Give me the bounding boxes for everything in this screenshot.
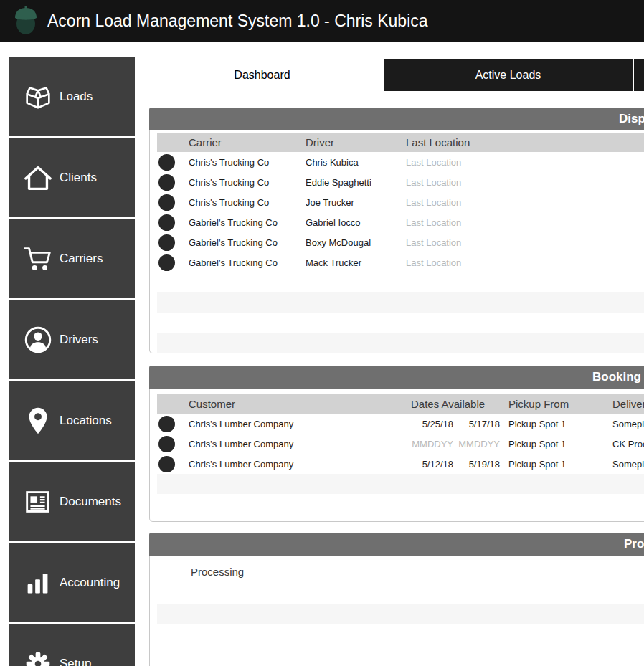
sidebar-item-drivers[interactable]: Drivers bbox=[9, 300, 135, 379]
last-location-field[interactable]: Last Location bbox=[406, 157, 644, 168]
empty-row bbox=[157, 624, 644, 644]
column-header-customer: Customer bbox=[189, 398, 411, 410]
sidebar-item-setup[interactable]: Setup bbox=[9, 624, 135, 666]
window-title: Acorn Load Management System 1.0 - Chris… bbox=[47, 11, 428, 31]
processing-panel-body: Processing bbox=[149, 556, 644, 666]
processing-panel: Pro Processing bbox=[149, 533, 644, 666]
date-to-field[interactable]: 5/19/18 bbox=[456, 459, 503, 470]
date-to-field[interactable]: MMDDYY bbox=[456, 439, 503, 449]
column-header-pickup-from: Pickup From bbox=[503, 398, 609, 410]
date-to-field[interactable]: 5/17/18 bbox=[456, 419, 503, 429]
dispatch-table-row[interactable]: Gabriel's Trucking Co Mack Trucker Last … bbox=[157, 252, 644, 272]
status-circle-icon bbox=[158, 436, 175, 452]
dispatch-panel: Disp Carrier Driver Last Location Chris'… bbox=[149, 108, 644, 353]
dispatch-table-row[interactable]: Chris's Trucking Co Eddie Spaghetti Last… bbox=[157, 172, 644, 192]
status-circle-icon bbox=[158, 194, 175, 211]
booking-panel: Booking / Customer Dates Available Picku… bbox=[149, 366, 644, 522]
status-circle-icon bbox=[158, 456, 175, 472]
sidebar-item-label: Clients bbox=[60, 171, 97, 185]
pin-icon bbox=[21, 404, 55, 437]
column-header-processing: Processing bbox=[150, 556, 644, 584]
deliver-to-cell: Somepla bbox=[609, 459, 644, 470]
empty-row bbox=[157, 604, 644, 624]
empty-row bbox=[157, 313, 644, 333]
carrier-cell: Chris's Trucking Co bbox=[189, 197, 306, 208]
last-location-field[interactable]: Last Location bbox=[406, 237, 644, 248]
booking-table-row[interactable]: Chris's Lumber Company 5/25/18 5/17/18 P… bbox=[157, 414, 644, 434]
pickup-from-cell: Pickup Spot 1 bbox=[503, 439, 609, 449]
status-circle-icon bbox=[158, 254, 175, 271]
last-location-field[interactable]: Last Location bbox=[406, 197, 644, 208]
sidebar-item-carriers[interactable]: Carriers bbox=[9, 219, 135, 298]
sidebar-item-label: Locations bbox=[60, 414, 112, 428]
tab-partial[interactable] bbox=[634, 59, 644, 91]
carrier-cell: Gabriel's Trucking Co bbox=[189, 217, 306, 228]
empty-row bbox=[157, 333, 644, 353]
sidebar-item-locations[interactable]: Locations bbox=[9, 381, 135, 460]
sidebar-item-clients[interactable]: Clients bbox=[9, 138, 135, 217]
driver-cell: Joe Trucker bbox=[306, 197, 406, 208]
carrier-cell: Gabriel's Trucking Co bbox=[189, 237, 306, 248]
pickup-from-cell: Pickup Spot 1 bbox=[503, 459, 609, 470]
column-header-dates-available: Dates Available bbox=[411, 398, 503, 410]
customer-cell: Chris's Lumber Company bbox=[189, 439, 411, 449]
customer-cell: Chris's Lumber Company bbox=[189, 419, 411, 429]
carrier-cell: Gabriel's Trucking Co bbox=[189, 257, 306, 268]
empty-row bbox=[157, 644, 644, 664]
dispatch-table-header: Carrier Driver Last Location bbox=[157, 133, 644, 152]
bar-chart-icon bbox=[21, 566, 55, 599]
column-header-deliver-to: Deliver T bbox=[609, 398, 644, 410]
app-window: Acorn Load Management System 1.0 - Chris… bbox=[0, 0, 644, 666]
date-from-field[interactable]: MMDDYY bbox=[411, 439, 456, 449]
sidebar-item-documents[interactable]: Documents bbox=[9, 462, 135, 541]
status-circle-icon bbox=[158, 154, 175, 171]
dispatch-panel-title: Disp bbox=[619, 112, 644, 126]
pickup-from-cell: Pickup Spot 1 bbox=[503, 419, 609, 429]
tab-dashboard[interactable]: Dashboard bbox=[142, 59, 382, 91]
sidebar-item-label: Loads bbox=[60, 90, 93, 104]
sidebar-item-accounting[interactable]: Accounting bbox=[9, 543, 135, 622]
dispatch-panel-body: Carrier Driver Last Location Chris's Tru… bbox=[149, 130, 644, 353]
sidebar: Loads Clients Carriers bbox=[9, 57, 135, 666]
box-icon bbox=[21, 80, 55, 113]
last-location-field[interactable]: Last Location bbox=[406, 217, 644, 228]
last-location-field[interactable]: Last Location bbox=[406, 177, 644, 188]
sidebar-item-loads[interactable]: Loads bbox=[9, 57, 135, 136]
home-icon bbox=[21, 161, 55, 194]
date-from-field[interactable]: 5/25/18 bbox=[411, 419, 456, 429]
customer-cell: Chris's Lumber Company bbox=[189, 459, 411, 470]
processing-panel-header: Pro bbox=[149, 533, 644, 556]
driver-cell: Gabriel Iocco bbox=[306, 217, 406, 228]
sidebar-item-label: Documents bbox=[60, 495, 121, 509]
tab-active-loads[interactable]: Active Loads bbox=[384, 59, 633, 91]
empty-row bbox=[157, 292, 644, 313]
booking-table-row[interactable]: Chris's Lumber Company 5/12/18 5/19/18 P… bbox=[157, 454, 644, 474]
empty-row bbox=[157, 584, 644, 604]
date-from-field[interactable]: 5/12/18 bbox=[411, 459, 456, 470]
newspaper-icon bbox=[21, 485, 55, 518]
booking-rows: Chris's Lumber Company 5/25/18 5/17/18 P… bbox=[150, 414, 644, 474]
booking-panel-body: Customer Dates Available Pickup From Del… bbox=[149, 389, 644, 522]
driver-icon bbox=[21, 323, 55, 356]
driver-cell: Chris Kubica bbox=[306, 157, 406, 168]
booking-table-header: Customer Dates Available Pickup From Del… bbox=[157, 394, 644, 414]
empty-row bbox=[157, 272, 644, 292]
last-location-field[interactable]: Last Location bbox=[406, 257, 644, 268]
empty-row bbox=[157, 474, 644, 494]
status-circle-icon bbox=[158, 174, 175, 191]
empty-row bbox=[157, 494, 644, 514]
sidebar-item-label: Drivers bbox=[60, 333, 98, 347]
carrier-cell: Chris's Trucking Co bbox=[189, 157, 306, 168]
dispatch-table-row[interactable]: Gabriel's Trucking Co Boxy McDougal Last… bbox=[157, 232, 644, 252]
dispatch-table-row[interactable]: Chris's Trucking Co Chris Kubica Last Lo… bbox=[157, 152, 644, 172]
driver-cell: Mack Trucker bbox=[306, 257, 406, 268]
booking-panel-title: Booking / bbox=[592, 370, 644, 384]
column-header-last-location: Last Location bbox=[406, 136, 644, 148]
status-circle-icon bbox=[158, 214, 175, 231]
booking-panel-header: Booking / bbox=[149, 366, 644, 389]
booking-table-row[interactable]: Chris's Lumber Company MMDDYY MMDDYY Pic… bbox=[157, 434, 644, 454]
deliver-to-cell: CK Proce bbox=[609, 439, 644, 449]
dispatch-table-row[interactable]: Chris's Trucking Co Joe Trucker Last Loc… bbox=[157, 192, 644, 212]
carrier-cell: Chris's Trucking Co bbox=[189, 177, 306, 188]
dispatch-table-row[interactable]: Gabriel's Trucking Co Gabriel Iocco Last… bbox=[157, 212, 644, 232]
